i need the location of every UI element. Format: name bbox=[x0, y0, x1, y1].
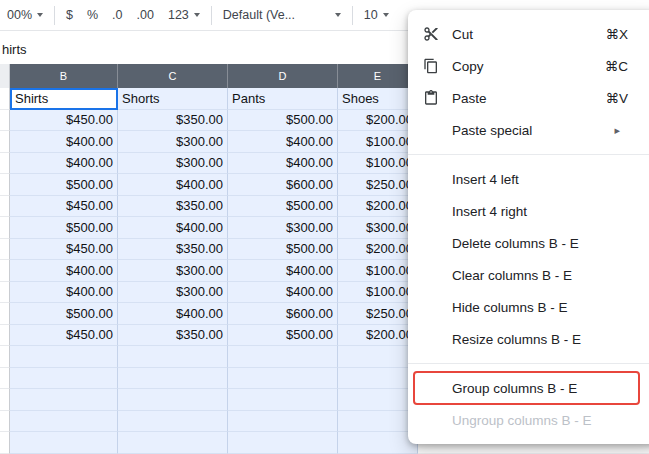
cell-B4[interactable]: $400.00 bbox=[10, 153, 118, 175]
cell-E6[interactable]: $200.00 bbox=[338, 196, 418, 218]
cell-B17[interactable] bbox=[10, 432, 118, 454]
column-header-c[interactable]: C bbox=[118, 64, 228, 88]
menu-icon-spacer bbox=[422, 266, 440, 284]
cell-D14[interactable] bbox=[228, 368, 338, 390]
cell-D11[interactable]: $600.00 bbox=[228, 303, 338, 325]
cell-E5[interactable]: $250.00 bbox=[338, 174, 418, 196]
cell-B5[interactable]: $500.00 bbox=[10, 174, 118, 196]
cell-E7[interactable]: $300.00 bbox=[338, 217, 418, 239]
menu-item-label: Resize columns B - E bbox=[452, 332, 644, 347]
cell-D16[interactable] bbox=[228, 411, 338, 433]
cell-E9[interactable]: $100.00 bbox=[338, 260, 418, 282]
menu-item-cut[interactable]: Cut⌘X bbox=[408, 18, 649, 50]
menu-item-label: Hide columns B - E bbox=[452, 300, 644, 315]
cell-E2[interactable]: $200.00 bbox=[338, 110, 418, 132]
cell-C2[interactable]: $350.00 bbox=[118, 110, 228, 132]
cell-D3[interactable]: $400.00 bbox=[228, 131, 338, 153]
menu-item-insert-4-left[interactable]: Insert 4 left bbox=[408, 163, 649, 195]
cell-C5[interactable]: $400.00 bbox=[118, 174, 228, 196]
cell-C12[interactable]: $350.00 bbox=[118, 325, 228, 347]
cell-D8[interactable]: $500.00 bbox=[228, 239, 338, 261]
cell-B14[interactable] bbox=[10, 368, 118, 390]
cell-B10[interactable]: $400.00 bbox=[10, 282, 118, 304]
menu-item-shortcut: ⌘C bbox=[605, 58, 628, 74]
cell-B12[interactable]: $450.00 bbox=[10, 325, 118, 347]
menu-item-paste-special[interactable]: Paste special▸ bbox=[408, 114, 649, 146]
cell-D2[interactable]: $500.00 bbox=[228, 110, 338, 132]
cell-B13[interactable] bbox=[10, 346, 118, 368]
cell-B6[interactable]: $450.00 bbox=[10, 196, 118, 218]
cell-C8[interactable]: $350.00 bbox=[118, 239, 228, 261]
cell-E16[interactable] bbox=[338, 411, 418, 433]
menu-item-hide-columns-b-e[interactable]: Hide columns B - E bbox=[408, 291, 649, 323]
cell-C16[interactable] bbox=[118, 411, 228, 433]
cell-D1[interactable]: Pants bbox=[228, 88, 338, 110]
cell-D7[interactable]: $300.00 bbox=[228, 217, 338, 239]
cell-B1[interactable]: Shirts bbox=[10, 88, 118, 110]
cell-B15[interactable] bbox=[10, 389, 118, 411]
cell-C4[interactable]: $300.00 bbox=[118, 153, 228, 175]
cell-C1[interactable]: Shorts bbox=[118, 88, 228, 110]
cell-C13[interactable] bbox=[118, 346, 228, 368]
cell-B8[interactable]: $450.00 bbox=[10, 239, 118, 261]
menu-icon-spacer bbox=[422, 170, 440, 188]
menu-item-copy[interactable]: Copy⌘C bbox=[408, 50, 649, 82]
cell-D5[interactable]: $600.00 bbox=[228, 174, 338, 196]
row-header-sliver bbox=[0, 432, 10, 454]
cell-E10[interactable]: $100.00 bbox=[338, 282, 418, 304]
menu-item-insert-4-right[interactable]: Insert 4 right bbox=[408, 195, 649, 227]
cell-D4[interactable]: $400.00 bbox=[228, 153, 338, 175]
cell-D6[interactable]: $500.00 bbox=[228, 196, 338, 218]
cell-E1[interactable]: Shoes bbox=[338, 88, 418, 110]
cell-C9[interactable]: $300.00 bbox=[118, 260, 228, 282]
cell-E12[interactable]: $200.00 bbox=[338, 325, 418, 347]
cell-C17[interactable] bbox=[118, 432, 228, 454]
format-currency-button[interactable]: $ bbox=[59, 0, 80, 30]
cell-B3[interactable]: $400.00 bbox=[10, 131, 118, 153]
cell-D9[interactable]: $400.00 bbox=[228, 260, 338, 282]
cell-E13[interactable] bbox=[338, 346, 418, 368]
increase-decimal-button[interactable]: .00 bbox=[130, 0, 161, 30]
column-header-b[interactable]: B bbox=[10, 64, 118, 88]
cell-E3[interactable]: $100.00 bbox=[338, 131, 418, 153]
cell-E15[interactable] bbox=[338, 389, 418, 411]
cell-C11[interactable]: $400.00 bbox=[118, 303, 228, 325]
cell-E17[interactable] bbox=[338, 432, 418, 454]
cell-C10[interactable]: $300.00 bbox=[118, 282, 228, 304]
cell-D17[interactable] bbox=[228, 432, 338, 454]
cell-B9[interactable]: $400.00 bbox=[10, 260, 118, 282]
row-header-sliver bbox=[0, 303, 10, 325]
menu-item-group-columns-b-e[interactable]: Group columns B - E bbox=[408, 372, 649, 404]
decrease-decimal-button[interactable]: .0 bbox=[105, 0, 129, 30]
more-formats-label: 123 bbox=[168, 8, 189, 22]
column-header-d[interactable]: D bbox=[228, 64, 338, 88]
cell-B11[interactable]: $500.00 bbox=[10, 303, 118, 325]
cell-B7[interactable]: $500.00 bbox=[10, 217, 118, 239]
menu-item-paste[interactable]: Paste⌘V bbox=[408, 82, 649, 114]
cell-C7[interactable]: $400.00 bbox=[118, 217, 228, 239]
cell-D15[interactable] bbox=[228, 389, 338, 411]
cell-D10[interactable]: $400.00 bbox=[228, 282, 338, 304]
zoom-control[interactable]: 00% bbox=[0, 0, 50, 30]
cell-E8[interactable]: $200.00 bbox=[338, 239, 418, 261]
more-formats-button[interactable]: 123 bbox=[161, 0, 207, 30]
menu-item-delete-columns-b-e[interactable]: Delete columns B - E bbox=[408, 227, 649, 259]
column-header-e[interactable]: E bbox=[338, 64, 418, 88]
cell-B16[interactable] bbox=[10, 411, 118, 433]
chevron-down-icon bbox=[194, 13, 200, 17]
cell-C15[interactable] bbox=[118, 389, 228, 411]
cell-D13[interactable] bbox=[228, 346, 338, 368]
cell-B2[interactable]: $450.00 bbox=[10, 110, 118, 132]
cell-C3[interactable]: $300.00 bbox=[118, 131, 228, 153]
cell-E11[interactable]: $250.00 bbox=[338, 303, 418, 325]
menu-item-clear-columns-b-e[interactable]: Clear columns B - E bbox=[408, 259, 649, 291]
format-percent-button[interactable]: % bbox=[80, 0, 105, 30]
cell-E4[interactable]: $100.00 bbox=[338, 153, 418, 175]
font-selector[interactable]: Default (Ve... bbox=[216, 0, 348, 30]
cell-C6[interactable]: $350.00 bbox=[118, 196, 228, 218]
font-size-selector[interactable]: 10 bbox=[357, 0, 396, 30]
cell-C14[interactable] bbox=[118, 368, 228, 390]
cell-E14[interactable] bbox=[338, 368, 418, 390]
menu-item-resize-columns-b-e[interactable]: Resize columns B - E bbox=[408, 323, 649, 355]
cell-D12[interactable]: $500.00 bbox=[228, 325, 338, 347]
